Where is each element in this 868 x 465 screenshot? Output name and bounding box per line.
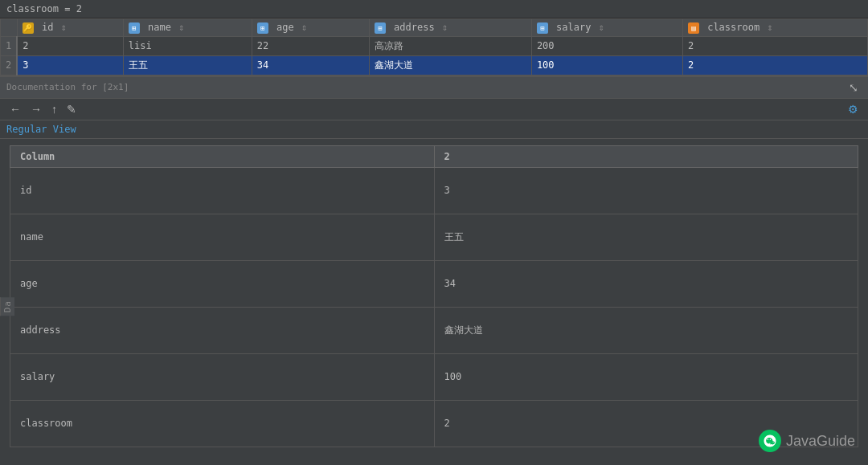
- cell-address-2: 鑫湖大道: [369, 55, 531, 75]
- grid-area: 🔑 id ⇕ ⊞ name ⇕ ⊞ age ⇕ ⊞: [0, 18, 868, 76]
- detail-col-name: age: [10, 260, 435, 307]
- detail-col-name: classroom: [10, 400, 435, 447]
- doc-toolbar: ← → ↑ ✎ ⚙: [0, 99, 868, 120]
- top-bar: classroom = 2: [0, 0, 868, 18]
- detail-table-row: salary100: [10, 353, 858, 400]
- up-button[interactable]: ↑: [48, 102, 60, 116]
- cell-address-1: 高凉路: [369, 36, 531, 55]
- detail-table-row: id3: [10, 167, 858, 214]
- cell-name-1: lisi: [123, 36, 252, 55]
- doc-panel: Documentation for [2x1] ⤡ ← → ↑ ✎ ⚙ Regu…: [0, 76, 868, 454]
- detail-col-value: 王五: [434, 214, 858, 260]
- col-header-age[interactable]: ⊞ age ⇕: [252, 19, 369, 37]
- col-icon-name: ⊞: [129, 22, 140, 34]
- col-icon-salary: ⊞: [537, 22, 548, 34]
- detail-table-wrap: Column 2 id3name王五age34address鑫湖大道salary…: [0, 139, 868, 454]
- cell-age-2: 34: [252, 55, 369, 75]
- detail-col-value: 100: [434, 353, 858, 400]
- detail-col-value: 3: [434, 167, 858, 214]
- detail-table-row: name王五: [10, 214, 858, 260]
- cell-id-2: 3: [17, 55, 123, 75]
- detail-col-name: address: [10, 307, 435, 353]
- cell-age-1: 22: [252, 36, 369, 55]
- table-row[interactable]: 2 3 王五 34 鑫湖大道 100 2: [1, 55, 868, 75]
- forward-button[interactable]: →: [27, 102, 45, 116]
- row-num-2: 2: [1, 55, 18, 75]
- cell-classroom-2: 2: [682, 55, 867, 75]
- col-icon-age: ⊞: [257, 22, 268, 34]
- col-header-classroom[interactable]: ▤ classroom ⇕: [682, 19, 867, 37]
- grid-table: 🔑 id ⇕ ⊞ name ⇕ ⊞ age ⇕ ⊞: [0, 18, 868, 75]
- col-header-salary[interactable]: ⊞ salary ⇕: [531, 19, 682, 37]
- row-num-header: [1, 19, 18, 37]
- cell-salary-1: 200: [531, 36, 682, 55]
- expand-button[interactable]: ⤡: [845, 80, 862, 95]
- side-tab: Da: [0, 297, 14, 316]
- col-header-address[interactable]: ⊞ address ⇕: [369, 19, 531, 37]
- edit-button[interactable]: ✎: [63, 102, 80, 116]
- query-text: classroom = 2: [6, 3, 82, 14]
- detail-col-name: id: [10, 167, 435, 214]
- regular-view-link[interactable]: Regular View: [0, 120, 868, 139]
- doc-title: Documentation for [2x1]: [6, 82, 129, 92]
- key-icon: 🔑: [23, 22, 34, 34]
- cell-salary-2: 100: [531, 55, 682, 75]
- detail-col-name: salary: [10, 353, 435, 400]
- detail-table-row: classroom2: [10, 400, 858, 447]
- wechat-icon: [759, 430, 781, 452]
- col-icon-classroom: ▤: [688, 22, 699, 34]
- detail-col-value: 鑫湖大道: [434, 307, 858, 353]
- col-header-name[interactable]: ⊞ name ⇕: [123, 19, 252, 37]
- detail-table-row: age34: [10, 260, 858, 307]
- detail-val-header: 2: [434, 145, 858, 167]
- detail-table-row: address鑫湖大道: [10, 307, 858, 353]
- table-row[interactable]: 1 2 lisi 22 高凉路 200 2: [1, 36, 868, 55]
- cell-id-1: 2: [17, 36, 123, 55]
- detail-col-header: Column: [10, 145, 435, 167]
- watermark: JavaGuide: [759, 430, 855, 452]
- cell-classroom-1: 2: [682, 36, 867, 55]
- detail-table: Column 2 id3name王五age34address鑫湖大道salary…: [10, 145, 858, 447]
- row-num-1: 1: [1, 36, 18, 55]
- cell-name-2: 王五: [123, 55, 252, 75]
- brand-text: JavaGuide: [786, 433, 855, 450]
- settings-button[interactable]: ⚙: [845, 102, 862, 116]
- detail-col-value: 34: [434, 260, 858, 307]
- col-icon-address: ⊞: [375, 22, 386, 34]
- col-header-id[interactable]: 🔑 id ⇕: [17, 19, 123, 37]
- back-button[interactable]: ←: [6, 102, 24, 116]
- doc-title-bar: Documentation for [2x1] ⤡: [0, 77, 868, 99]
- detail-col-name: name: [10, 214, 435, 260]
